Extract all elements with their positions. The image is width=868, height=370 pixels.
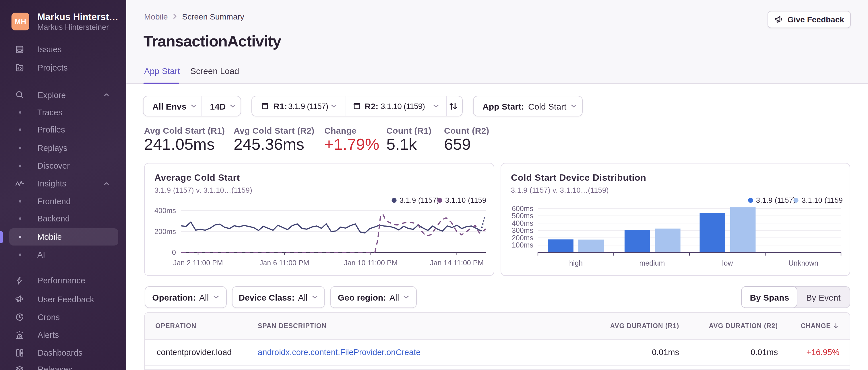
svg-text:0: 0 — [172, 248, 176, 256]
svg-text:300ms: 300ms — [512, 226, 533, 234]
svg-text:low: low — [722, 259, 733, 267]
svg-text:medium: medium — [639, 259, 665, 267]
svg-text:200ms: 200ms — [154, 227, 176, 235]
svg-text:3.1.9 (1157): 3.1.9 (1157) — [400, 196, 439, 204]
svg-text:100ms: 100ms — [512, 241, 533, 249]
svg-text:3.1.9 (1157): 3.1.9 (1157) — [756, 196, 796, 204]
svg-text:600ms: 600ms — [512, 204, 533, 212]
svg-text:3.1.10 (1159: 3.1.10 (1159 — [802, 196, 843, 204]
svg-text:Unknown: Unknown — [788, 259, 818, 267]
svg-text:Jan 10 11:00 PM: Jan 10 11:00 PM — [344, 259, 398, 266]
svg-text:3.1.10 (1159: 3.1.10 (1159 — [445, 196, 486, 204]
svg-text:high: high — [569, 259, 583, 267]
svg-text:Jan 2 11:00 PM: Jan 2 11:00 PM — [173, 259, 223, 266]
svg-text:Jan 14 11:00 PM: Jan 14 11:00 PM — [430, 259, 484, 266]
svg-text:Jan 6 11:00 PM: Jan 6 11:00 PM — [259, 259, 309, 266]
svg-text:200ms: 200ms — [512, 233, 533, 241]
svg-text:400ms: 400ms — [154, 206, 176, 214]
svg-text:400ms: 400ms — [512, 219, 533, 227]
svg-text:500ms: 500ms — [512, 211, 533, 220]
